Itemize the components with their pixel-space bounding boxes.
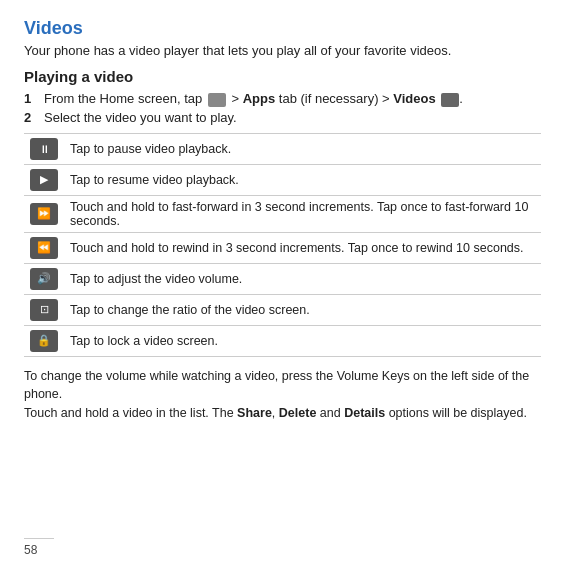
- rewind-icon: ⏪: [30, 237, 58, 259]
- lock-icon: 🔒: [30, 330, 58, 352]
- footer-line-2: Touch and hold a video in the list. The …: [24, 404, 541, 423]
- control-icon-cell-3: ⏪: [24, 232, 64, 263]
- control-row-5: ⊡Tap to change the ratio of the video sc…: [24, 294, 541, 325]
- control-icon-cell-4: 🔊: [24, 263, 64, 294]
- control-desc-0: Tap to pause video playback.: [64, 133, 541, 164]
- step-1-num: 1: [24, 91, 40, 106]
- step-2-text: Select the video you want to play.: [44, 110, 541, 125]
- control-row-4: 🔊Tap to adjust the video volume.: [24, 263, 541, 294]
- steps-list: 1 From the Home screen, tap > Apps tab (…: [24, 91, 541, 125]
- step-1-text: From the Home screen, tap > Apps tab (if…: [44, 91, 541, 107]
- pause-icon: ⏸: [30, 138, 58, 160]
- control-icon-cell-2: ⏩: [24, 195, 64, 232]
- volume-icon: 🔊: [30, 268, 58, 290]
- control-row-2: ⏩Touch and hold to fast-forward in 3 sec…: [24, 195, 541, 232]
- step-2: 2 Select the video you want to play.: [24, 110, 541, 125]
- fast-forward-icon: ⏩: [30, 203, 58, 225]
- control-icon-cell-6: 🔒: [24, 325, 64, 356]
- control-icon-cell-0: ⏸: [24, 133, 64, 164]
- intro-text: Your phone has a video player that lets …: [24, 43, 541, 58]
- footer-text: To change the volume while watching a vi…: [24, 367, 541, 423]
- control-row-0: ⏸Tap to pause video playback.: [24, 133, 541, 164]
- section-title: Playing a video: [24, 68, 541, 85]
- step-1: 1 From the Home screen, tap > Apps tab (…: [24, 91, 541, 107]
- control-desc-1: Tap to resume video playback.: [64, 164, 541, 195]
- ratio-icon: ⊡: [30, 299, 58, 321]
- step-2-num: 2: [24, 110, 40, 125]
- footer-line-1: To change the volume while watching a vi…: [24, 367, 541, 405]
- control-row-6: 🔒Tap to lock a video screen.: [24, 325, 541, 356]
- page-title: Videos: [24, 18, 541, 39]
- home-screen-icon: [208, 93, 226, 107]
- control-desc-2: Touch and hold to fast-forward in 3 seco…: [64, 195, 541, 232]
- page-number: 58: [24, 538, 54, 557]
- control-icon-cell-1: ▶: [24, 164, 64, 195]
- control-desc-4: Tap to adjust the video volume.: [64, 263, 541, 294]
- control-row-1: ▶Tap to resume video playback.: [24, 164, 541, 195]
- control-row-3: ⏪Touch and hold to rewind in 3 second in…: [24, 232, 541, 263]
- videos-icon: [441, 93, 459, 107]
- control-icon-cell-5: ⊡: [24, 294, 64, 325]
- control-desc-5: Tap to change the ratio of the video scr…: [64, 294, 541, 325]
- play-icon: ▶: [30, 169, 58, 191]
- controls-table: ⏸Tap to pause video playback.▶Tap to res…: [24, 133, 541, 357]
- control-desc-3: Touch and hold to rewind in 3 second inc…: [64, 232, 541, 263]
- control-desc-6: Tap to lock a video screen.: [64, 325, 541, 356]
